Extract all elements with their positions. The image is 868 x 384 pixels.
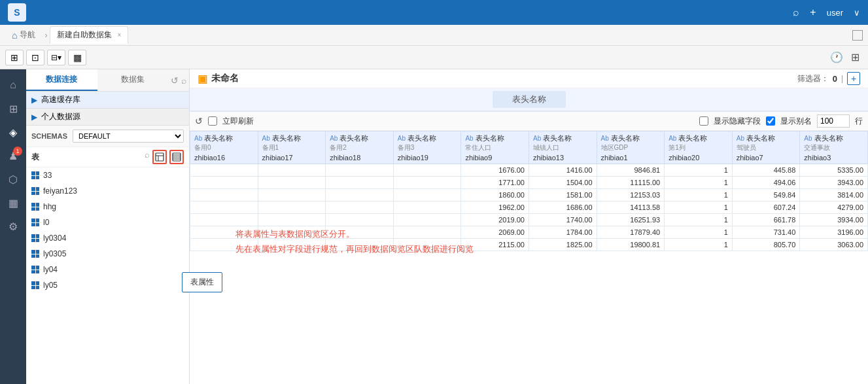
history-icon[interactable]: 🕐	[829, 50, 844, 65]
instruction-line-1: 将表属性与表数据阅览区分开。	[235, 226, 474, 241]
sidebar-icon-settings[interactable]: ⚙	[3, 216, 24, 237]
list-item[interactable]: ly04	[26, 262, 189, 277]
sidebar-icon-chart[interactable]: ▦	[3, 192, 24, 213]
refresh-label: 立即刷新	[222, 116, 254, 127]
personal-expand-icon: ▶	[31, 113, 37, 122]
filter-bar: 筛选器： 0 | +	[797, 72, 860, 85]
cell: 3934.00	[800, 214, 868, 226]
cell: 1581.00	[529, 189, 597, 201]
cell: 1825.00	[529, 239, 597, 251]
col-header-1: Ab 表头名称 备用1 zhibiao17	[258, 131, 326, 164]
left-panel: 数据连接 数据集 ↺ ⌕ ▶ 高速缓存库 ▶ 个人数据源 SCHEMAS DEF…	[26, 69, 190, 384]
row-count-input[interactable]	[817, 114, 850, 128]
cell: 805.70	[732, 239, 800, 251]
maximize-button[interactable]	[852, 30, 863, 41]
schema-dropdown[interactable]: DEFAULT	[73, 130, 184, 143]
tab-dataset[interactable]: 数据集	[97, 69, 169, 91]
table-row: 1676.00 1416.00 9846.81 1 445.88 5335.00	[190, 164, 868, 177]
personal-section[interactable]: ▶ 个人数据源	[26, 109, 189, 126]
cell: 731.40	[732, 226, 800, 239]
data-refresh-icon[interactable]: ↺	[195, 116, 203, 126]
grid-icon[interactable]: ⊞	[847, 50, 863, 65]
tab-data-connection[interactable]: 数据连接	[26, 69, 97, 91]
table-name: hhg	[43, 202, 56, 211]
list-item[interactable]: ly0305	[26, 246, 189, 262]
sidebar-icon-box[interactable]: ⬡	[3, 169, 24, 190]
sidebar-icon-data[interactable]: ⊞	[3, 98, 24, 119]
col-header-4: Ab 表头名称 常住人口 zhibiao9	[461, 131, 529, 164]
table-headers: 表头名称	[190, 88, 868, 112]
toolbar-right: 🕐 ⊞	[829, 50, 863, 65]
left-panel-tabs: 数据连接 数据集 ↺ ⌕	[26, 69, 189, 92]
sidebar-icon-home[interactable]: ⌂	[3, 75, 24, 96]
search-icon[interactable]: ⌕	[793, 7, 799, 18]
top-bar-right: ⌕ + user ∨	[793, 7, 860, 18]
top-bar-left: S	[8, 3, 26, 22]
cell	[190, 189, 258, 201]
svg-rect-0	[156, 153, 164, 161]
tab-active[interactable]: 新建自助数据集 ×	[50, 26, 128, 44]
table-attr-popup: 表属性	[182, 272, 222, 292]
app-logo: S	[8, 3, 26, 22]
cell	[326, 177, 394, 189]
toolbar-btn-3[interactable]: ⊟▾	[47, 50, 65, 65]
list-item[interactable]: hhg	[26, 199, 189, 215]
cell: 1	[665, 214, 733, 226]
cell	[326, 214, 394, 226]
list-item[interactable]: ly05	[26, 277, 189, 293]
cache-section[interactable]: ▶ 高速缓存库	[26, 92, 189, 109]
col-header-3: Ab 表头名称 备用3 zhibiao19	[393, 131, 461, 164]
filter-add-button[interactable]: +	[847, 72, 860, 85]
show-alias-checkbox[interactable]	[766, 116, 775, 126]
cell: 19800.81	[597, 239, 665, 251]
main-container: ⌂ ⊞ ◈ ♟ 1 ⬡ ▦ ⚙ 数据连接 数据集 ↺ ⌕ ▶ 高速缓存库 ▶ 个…	[0, 69, 868, 384]
add-icon[interactable]: +	[810, 7, 816, 18]
table-header-label: 表	[31, 152, 39, 163]
table-list-header: 表 ⌕	[26, 147, 189, 167]
toolbar-btn-1[interactable]: ⊞	[5, 50, 24, 65]
cell	[258, 177, 326, 189]
cell	[258, 164, 326, 177]
instruction-overlay: 将表属性与表数据阅览区分开。 先在表属性对字段进行规范，再回到数据阅览区队数据进…	[235, 226, 474, 257]
search-panel-icon[interactable]: ⌕	[181, 75, 186, 86]
cell: 1860.00	[461, 189, 529, 201]
table-grid-icon	[31, 266, 39, 273]
tab-close-icon[interactable]: ×	[117, 31, 121, 39]
toolbar-btn-4[interactable]: ▦	[68, 50, 86, 65]
cell: 2019.00	[461, 214, 529, 226]
col-header-2: Ab 表头名称 备用2 zhibiao18	[326, 131, 394, 164]
table-search-icon[interactable]: ⌕	[145, 150, 150, 164]
hidden-fields-checkbox[interactable]	[699, 116, 708, 126]
list-item[interactable]: feiyan123	[26, 183, 189, 199]
col-header-6: Ab 表头名称 地区GDP zhibiao1	[597, 131, 665, 164]
refresh-icon[interactable]: ↺	[171, 75, 179, 86]
table-name: 33	[43, 171, 52, 180]
tab-active-label: 新建自助数据集	[57, 29, 112, 41]
cell: 4279.00	[800, 201, 868, 214]
cell: 1	[665, 189, 733, 201]
refresh-checkbox[interactable]	[208, 116, 217, 126]
cell	[393, 214, 461, 226]
list-item[interactable]: ly0304	[26, 230, 189, 246]
tab-bar: ⌂ 导航 › 新建自助数据集 ×	[0, 25, 868, 46]
cell: 1784.00	[529, 226, 597, 239]
list-item[interactable]: 33	[26, 167, 189, 183]
alias-label: 显示别名	[780, 116, 812, 127]
table-grid-icon	[31, 171, 39, 179]
toolbar-btn-2[interactable]: ⊡	[26, 50, 44, 65]
cell	[393, 201, 461, 214]
cell: 3814.00	[800, 189, 868, 201]
cell	[258, 189, 326, 201]
table-view-btn[interactable]	[169, 150, 184, 164]
cell	[393, 177, 461, 189]
sidebar-icon-person[interactable]: ♟ 1	[3, 145, 24, 166]
sidebar-badge: 1	[13, 147, 22, 156]
sidebar-icon-database[interactable]: ◈	[3, 122, 24, 143]
top-bar: S ⌕ + user ∨	[0, 0, 868, 25]
data-table-container: Ab 表头名称 备用0 zhibiao16 Ab 表头名称 备用1 zhibia…	[190, 131, 868, 384]
list-item[interactable]: l0	[26, 215, 189, 230]
cell: 661.78	[732, 214, 800, 226]
user-label: user	[827, 8, 843, 18]
tab-home[interactable]: ⌂ 导航	[5, 27, 42, 43]
table-attr-btn[interactable]	[152, 150, 167, 164]
